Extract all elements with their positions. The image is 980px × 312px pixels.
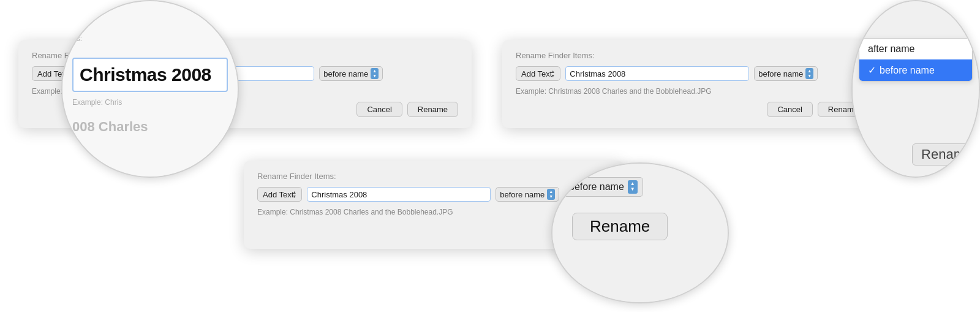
add-text-label-2: Add Text bbox=[263, 190, 293, 199]
add-text-stepper-3[interactable]: ▲ ▼ bbox=[551, 69, 555, 78]
mag3-rename-partial: Renam bbox=[912, 143, 974, 166]
mag2-arrow-down: ▼ bbox=[630, 187, 635, 192]
select-up-3: ▲ bbox=[807, 69, 812, 74]
mag2-position-select[interactable]: before name ▲ ▼ bbox=[564, 177, 643, 197]
magnifier-dropdown: after name ✓before name Renam bbox=[851, 0, 980, 178]
mag2-position-label: before name bbox=[569, 181, 624, 192]
add-text-button-3[interactable]: Add Text ▲ ▼ bbox=[516, 66, 560, 81]
position-select-1[interactable]: before name ▲ ▼ bbox=[319, 66, 383, 81]
stepper-down-3: ▼ bbox=[551, 74, 555, 78]
stepper-up-2: ▲ bbox=[292, 190, 296, 194]
position-label-1: before name bbox=[323, 69, 368, 78]
stepper-down-2: ▼ bbox=[292, 194, 296, 199]
rename-button-1[interactable]: Rename bbox=[407, 102, 458, 117]
stepper-up-3: ▲ bbox=[551, 69, 555, 74]
cancel-button-3[interactable]: Cancel bbox=[767, 102, 812, 117]
mag3-position-dropdown: after name ✓before name bbox=[859, 38, 973, 82]
mag1-dialog-label: ns: bbox=[72, 34, 82, 43]
mag3-before-label: before name bbox=[880, 65, 935, 75]
mag3-option-before[interactable]: ✓before name bbox=[859, 59, 972, 81]
position-select-2[interactable]: before name ▲ ▼ bbox=[496, 187, 559, 202]
mag2-select-container: before name ▲ ▼ bbox=[564, 177, 643, 197]
position-label-3: before name bbox=[758, 69, 803, 78]
mag3-option-after[interactable]: after name bbox=[859, 39, 972, 59]
mag1-text-field-box: Christmas 2008 bbox=[72, 58, 228, 92]
select-arrows-3[interactable]: ▲ ▼ bbox=[805, 68, 813, 78]
select-arrows-1[interactable]: ▲ ▼ bbox=[371, 68, 379, 78]
cancel-button-1[interactable]: Cancel bbox=[356, 102, 402, 117]
text-input-3[interactable] bbox=[565, 66, 749, 81]
mag2-select-arrows[interactable]: ▲ ▼ bbox=[628, 180, 638, 194]
mag3-checkmark: ✓ bbox=[868, 65, 876, 75]
magnifier-text-field: ns: Christmas 2008 Example: Chris 008 Ch… bbox=[61, 0, 239, 178]
mag1-example-partial2: 008 Charles bbox=[72, 119, 148, 135]
dialog3-title: Rename Finder Items: bbox=[516, 51, 869, 60]
add-text-button-2[interactable]: Add Text ▲ ▼ bbox=[257, 187, 302, 202]
mag1-example-partial: Example: Chris bbox=[72, 98, 122, 107]
text-input-2[interactable] bbox=[307, 187, 491, 202]
position-label-2: before name bbox=[500, 190, 545, 199]
add-text-stepper-2[interactable]: ▲ ▼ bbox=[292, 190, 296, 199]
mag1-zoomed-text: Christmas 2008 bbox=[80, 64, 211, 85]
select-down-1: ▼ bbox=[372, 74, 377, 78]
example-text-3: Example: Christmas 2008 Charles and the … bbox=[516, 87, 869, 96]
magnifier-actions: before name ▲ ▼ Rename bbox=[551, 162, 729, 303]
select-up-1: ▲ bbox=[372, 69, 377, 74]
mag2-rename-button[interactable]: Rename bbox=[572, 213, 668, 240]
rename-dialog-3: Rename Finder Items: Add Text ▲ ▼ before… bbox=[502, 40, 882, 128]
select-down-3: ▼ bbox=[807, 74, 812, 78]
position-select-3[interactable]: before name ▲ ▼ bbox=[754, 66, 818, 81]
add-text-label-3: Add Text bbox=[521, 69, 552, 78]
